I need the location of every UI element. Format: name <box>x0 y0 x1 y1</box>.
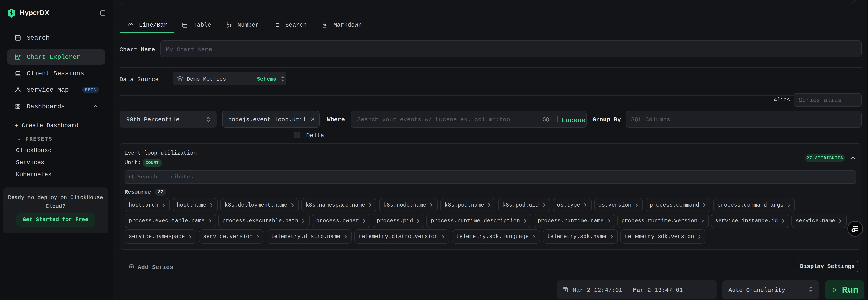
svg-text:3: 3 <box>229 24 231 28</box>
svg-text:2: 2 <box>227 25 229 28</box>
